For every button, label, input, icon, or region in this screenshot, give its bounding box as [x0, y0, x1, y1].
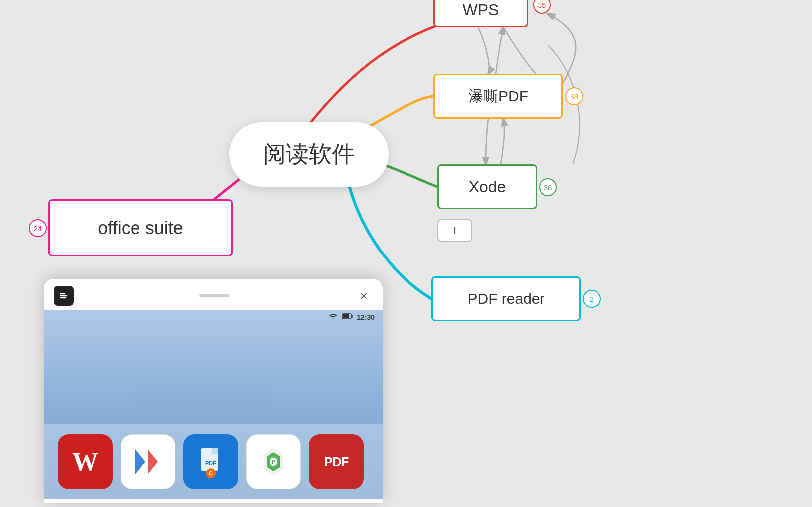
badge-office: 24 — [29, 219, 47, 237]
battery-icon — [342, 313, 353, 321]
badge-pdf: 38 — [565, 87, 583, 105]
node-wps[interactable]: WPS — [433, 0, 528, 27]
node-pdf[interactable]: 瀑嘶PDF — [433, 74, 563, 119]
popup-screenshot: 12:30 W PDF — [44, 310, 383, 499]
app-icon-foxit[interactable]: PDF C — [183, 434, 238, 489]
node-small-i[interactable]: I — [437, 219, 472, 242]
popup-header: × — [44, 279, 383, 310]
badge-xode: 36 — [539, 178, 557, 196]
node-pdf-reader[interactable]: PDF reader — [431, 276, 581, 321]
app-icon-polaris[interactable] — [121, 434, 175, 489]
wifi-icon — [329, 313, 338, 321]
drag-indicator — [199, 294, 229, 297]
app-icon-pdf-red[interactable]: PDF — [309, 434, 364, 489]
status-time: 12:30 — [357, 313, 375, 321]
svg-text:P: P — [272, 459, 275, 465]
badge-pdfreader: 2 — [583, 290, 601, 308]
status-bar: 12:30 — [44, 310, 383, 324]
svg-rect-6 — [212, 448, 218, 454]
node-xode[interactable]: Xode — [437, 164, 537, 209]
svg-text:PDF: PDF — [205, 460, 216, 466]
app-icons-row: W PDF C — [44, 424, 383, 499]
center-node[interactable]: 阅读软件 — [229, 122, 389, 187]
app-icon-wps-writer[interactable]: W — [58, 434, 113, 489]
badge-wps: 35 — [533, 0, 551, 14]
popup-logo-icon — [54, 286, 74, 306]
svg-rect-4 — [343, 314, 349, 318]
close-button[interactable]: × — [355, 287, 373, 305]
popup-panel: × 12:30 W — [44, 279, 383, 503]
node-office-suite[interactable]: office suite — [48, 199, 233, 256]
app-icon-polaris-office[interactable]: P — [246, 434, 301, 489]
svg-text:C: C — [209, 470, 213, 476]
